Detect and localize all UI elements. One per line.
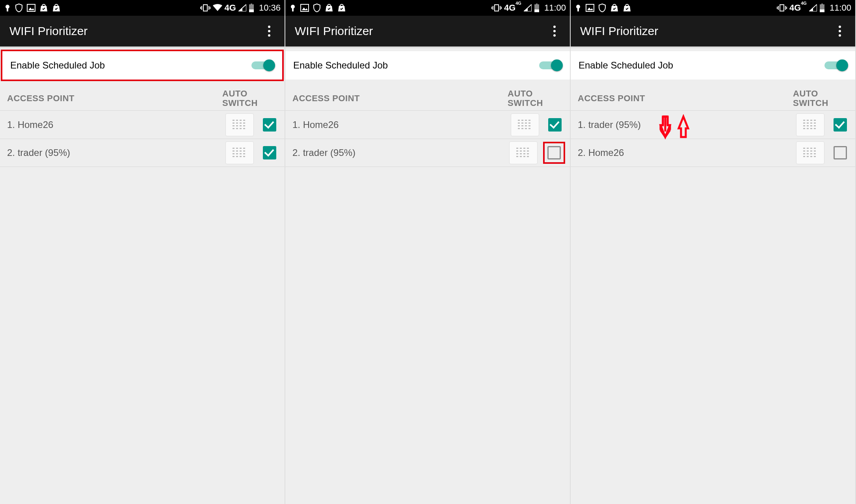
enable-scheduled-job-toggle[interactable] (251, 61, 274, 69)
status-bar: 4G4G 11:00 (571, 0, 855, 16)
header-auto-switch: AUTO SWITCH (793, 89, 848, 108)
svg-rect-80 (516, 150, 518, 152)
panel-1: 4G 10:36 WIFI Prioritizer Enable Schedul… (0, 0, 285, 504)
svg-rect-45 (243, 156, 245, 157)
svg-marker-49 (302, 7, 308, 10)
signal-icon (524, 4, 532, 11)
signal-icon (809, 4, 817, 11)
auto-switch-checkbox[interactable] (262, 117, 277, 133)
enable-scheduled-job-label: Enable Scheduled Job (293, 60, 388, 71)
svg-rect-11 (251, 4, 252, 4)
svg-rect-29 (243, 128, 245, 129)
drag-handle-icon[interactable] (796, 141, 824, 164)
drag-handle-icon[interactable] (225, 113, 254, 136)
clock-label: 11:00 (544, 3, 566, 13)
auto-switch-checkbox[interactable] (832, 145, 848, 161)
svg-rect-103 (821, 4, 823, 4)
svg-rect-40 (240, 153, 242, 154)
auto-switch-checkbox[interactable] (262, 145, 277, 161)
bag-check-icon (52, 4, 61, 12)
list-header: ACCESS POINT AUTO SWITCH (571, 82, 855, 110)
overflow-menu-button[interactable] (549, 26, 560, 37)
svg-rect-81 (520, 150, 522, 152)
header-access-point: ACCESS POINT (578, 93, 793, 104)
svg-rect-108 (810, 120, 812, 121)
auto-switch-checkbox[interactable] (547, 117, 563, 133)
status-bar: 4G4G 11:00 (285, 0, 570, 16)
svg-rect-48 (301, 4, 309, 11)
battery-icon (534, 4, 540, 12)
header-access-point: ACCESS POINT (7, 93, 222, 104)
clock-label: 10:36 (259, 3, 281, 13)
svg-rect-33 (243, 148, 245, 149)
overflow-menu-button[interactable] (834, 26, 846, 37)
enable-scheduled-job-toggle[interactable] (539, 61, 562, 69)
status-bar: 4G 10:36 (0, 0, 285, 16)
svg-rect-129 (814, 150, 816, 152)
network-label: 4G4G (789, 3, 807, 13)
keyhole-icon (575, 4, 582, 12)
svg-rect-26 (233, 128, 234, 129)
shield-icon (15, 4, 23, 12)
keyhole-icon (4, 4, 11, 12)
svg-rect-2 (27, 4, 35, 11)
svg-rect-123 (807, 148, 809, 149)
svg-rect-121 (814, 128, 816, 129)
svg-rect-128 (810, 150, 812, 152)
svg-rect-78 (523, 148, 525, 149)
svg-rect-89 (520, 156, 522, 157)
svg-rect-62 (525, 120, 527, 121)
svg-rect-25 (243, 125, 245, 126)
battery-icon (819, 4, 825, 12)
svg-rect-135 (807, 156, 809, 157)
svg-rect-63 (528, 120, 530, 121)
svg-rect-111 (807, 122, 809, 124)
svg-rect-125 (814, 148, 816, 149)
enable-scheduled-job-label: Enable Scheduled Job (10, 60, 105, 71)
auto-switch-checkbox[interactable] (546, 145, 562, 161)
svg-rect-1 (7, 7, 8, 11)
svg-rect-24 (240, 125, 242, 126)
app-bar: WIFI Prioritizer (285, 16, 570, 46)
drag-handle-icon[interactable] (511, 113, 539, 136)
svg-rect-137 (814, 156, 816, 157)
access-point-row: 2. trader (95%) (285, 139, 570, 167)
svg-rect-91 (527, 156, 529, 157)
panel-3: 4G4G 11:00 WIFI Prioritizer Enable Sched… (571, 0, 856, 504)
svg-rect-71 (528, 125, 530, 126)
drag-handle-icon[interactable] (225, 141, 254, 164)
svg-rect-36 (240, 150, 242, 152)
svg-rect-96 (780, 5, 784, 11)
access-point-row: 1. trader (95%) (571, 110, 855, 139)
svg-rect-32 (240, 148, 242, 149)
network-label: 4G4G (504, 3, 521, 13)
svg-rect-116 (810, 125, 812, 126)
svg-rect-68 (518, 125, 520, 126)
svg-rect-134 (803, 156, 805, 157)
svg-rect-65 (521, 122, 523, 124)
svg-rect-132 (810, 153, 812, 154)
enable-scheduled-job-row[interactable]: Enable Scheduled Job (285, 51, 570, 80)
battery-icon (249, 4, 254, 12)
svg-rect-76 (516, 148, 518, 149)
svg-rect-17 (243, 120, 245, 121)
enable-scheduled-job-row[interactable]: Enable Scheduled Job (1, 50, 284, 81)
access-point-label: 1. Home26 (292, 119, 511, 130)
svg-rect-83 (527, 150, 529, 152)
overflow-menu-button[interactable] (263, 26, 275, 37)
enable-scheduled-job-toggle[interactable] (824, 61, 847, 69)
auto-switch-checkbox[interactable] (832, 117, 848, 133)
enable-scheduled-job-row[interactable]: Enable Scheduled Job (571, 51, 855, 80)
svg-rect-14 (233, 120, 234, 121)
app-title: WIFI Prioritizer (295, 24, 373, 38)
svg-rect-112 (810, 122, 812, 124)
keyhole-icon (289, 4, 296, 12)
drag-handle-icon[interactable] (796, 113, 824, 136)
svg-rect-70 (525, 125, 527, 126)
svg-rect-35 (236, 150, 238, 152)
svg-rect-39 (236, 153, 238, 154)
drag-handle-icon[interactable] (509, 141, 538, 164)
svg-rect-67 (528, 122, 530, 124)
svg-rect-42 (233, 156, 234, 157)
svg-rect-50 (495, 5, 499, 11)
